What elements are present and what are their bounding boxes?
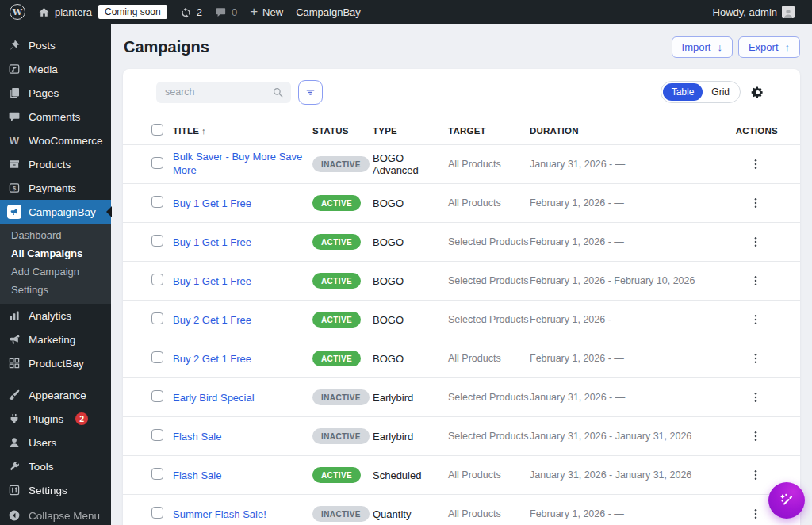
campaign-target: Selected Products — [448, 431, 530, 442]
column-header-status[interactable]: STATUS — [312, 126, 373, 136]
campaign-title-link[interactable]: Flash Sale — [173, 431, 229, 444]
site-link[interactable]: plantera Coming soon — [32, 0, 174, 24]
campaign-title-link[interactable]: Buy 1 Get 1 Free — [173, 236, 259, 250]
sidebar-item-label: Comments — [29, 111, 80, 123]
campaign-target: Selected Products — [448, 392, 530, 403]
campaign-duration: February 1, 2026 - February 10, 2026 — [530, 275, 733, 286]
row-checkbox[interactable] — [151, 312, 163, 324]
campaignbay-adminbar-menu[interactable]: CampaignBay — [289, 0, 367, 24]
updates-count: 2 — [197, 6, 202, 18]
select-all-checkbox[interactable] — [151, 124, 163, 136]
sidebar-separator — [0, 375, 111, 383]
row-checkbox[interactable] — [151, 507, 163, 519]
campaign-type: Scheduled — [373, 469, 448, 481]
table-body: Bulk Saver - Buy More Save More INACTIVE… — [123, 145, 800, 525]
sidebar-item-products[interactable]: Products — [0, 152, 111, 176]
submenu-item-settings[interactable]: Settings — [0, 281, 111, 299]
wrench-icon — [7, 459, 21, 473]
wordpress-menu[interactable]: W — [3, 0, 32, 24]
campaign-title-link[interactable]: Bulk Saver - Buy More Save More — [173, 151, 312, 178]
sidebar-item-collapse-menu[interactable]: Collapse Menu — [0, 504, 111, 525]
column-settings-button[interactable] — [751, 86, 764, 99]
row-checkbox[interactable] — [151, 390, 163, 402]
sidebar-item-label: Posts — [29, 40, 56, 52]
campaigns-card: Table Grid TITLE↑ STATUS TYPE TARGET DUR… — [123, 69, 800, 525]
analytics-bars-icon — [7, 308, 21, 323]
submenu-item-dashboard[interactable]: Dashboard — [0, 226, 111, 244]
comments-menu[interactable]: 0 — [209, 0, 243, 24]
table-row: Buy 2 Get 1 Free ACTIVE BOGO Selected Pr… — [123, 301, 800, 339]
row-actions-button[interactable] — [748, 234, 764, 250]
table-header: TITLE↑ STATUS TYPE TARGET DURATION ACTIO… — [123, 117, 800, 145]
column-header-duration[interactable]: DURATION — [530, 126, 733, 136]
table-row: Buy 1 Get 1 Free ACTIVE BOGO Selected Pr… — [123, 262, 800, 301]
marketing-megaphone-icon — [7, 332, 21, 347]
row-checkbox[interactable] — [151, 157, 163, 169]
sidebar-item-campaignbay[interactable]: CampaignBay — [0, 200, 111, 224]
row-actions-button[interactable] — [748, 195, 764, 211]
sort-ascending-icon: ↑ — [201, 126, 206, 136]
filter-button[interactable] — [298, 80, 323, 105]
row-checkbox[interactable] — [151, 429, 163, 441]
submenu-item-all-campaigns[interactable]: All Campaigns — [0, 244, 111, 262]
wordpress-logo-icon: W — [10, 4, 25, 20]
row-actions-button[interactable] — [748, 351, 764, 366]
row-checkbox[interactable] — [151, 196, 163, 208]
export-button[interactable]: Export ↑ — [738, 36, 800, 58]
sidebar-item-plugins[interactable]: Plugins 2 — [0, 407, 111, 431]
row-actions-button[interactable] — [748, 428, 764, 444]
table-row: Summer Flash Sale! INACTIVE Quantity All… — [123, 495, 800, 525]
import-button[interactable]: Import ↓ — [672, 36, 733, 58]
campaign-title-link[interactable]: Flash Sale — [173, 469, 229, 483]
row-actions-button[interactable] — [748, 312, 764, 328]
sidebar-item-productbay[interactable]: ProductBay — [0, 351, 111, 375]
sidebar-item-pages[interactable]: Pages — [0, 81, 111, 105]
column-header-title[interactable]: TITLE↑ — [173, 126, 312, 136]
column-header-type[interactable]: TYPE — [373, 126, 448, 136]
sidebar-item-payments[interactable]: $ Payments — [0, 176, 111, 200]
campaign-title-link[interactable]: Buy 2 Get 1 Free — [173, 353, 259, 366]
sidebar-item-users[interactable]: Users — [0, 431, 111, 454]
row-actions-button[interactable] — [748, 506, 764, 522]
row-actions-button[interactable] — [748, 389, 764, 405]
column-header-target[interactable]: TARGET — [448, 126, 530, 136]
search-input[interactable] — [156, 82, 291, 103]
sidebar-item-label: CampaignBay — [29, 206, 96, 218]
sidebar-item-analytics[interactable]: Analytics — [0, 304, 111, 328]
campaign-title-link[interactable]: Summer Flash Sale! — [173, 508, 274, 522]
sidebar-item-comments[interactable]: Comments — [0, 105, 111, 128]
row-checkbox[interactable] — [151, 235, 163, 247]
status-badge: ACTIVE — [312, 351, 361, 366]
sidebar-item-marketing[interactable]: Marketing — [0, 328, 111, 351]
sidebar-item-posts[interactable]: Posts — [0, 33, 111, 57]
status-badge: INACTIVE — [312, 389, 370, 405]
campaign-target: All Products — [448, 353, 530, 364]
sidebar-item-tools[interactable]: Tools — [0, 454, 111, 478]
ai-assistant-fab[interactable] — [768, 482, 805, 519]
row-checkbox[interactable] — [151, 468, 163, 480]
campaign-title-link[interactable]: Buy 1 Get 1 Free — [173, 275, 259, 289]
new-content-menu[interactable]: + New — [243, 0, 289, 24]
account-menu[interactable]: Howdy, admin — [707, 0, 801, 24]
updates-menu[interactable]: 2 — [174, 0, 209, 24]
submenu-item-add-campaign[interactable]: Add Campaign — [0, 262, 111, 281]
sidebar-item-media[interactable]: Media — [0, 57, 111, 81]
row-actions-button[interactable] — [748, 273, 764, 289]
row-checkbox[interactable] — [151, 274, 163, 285]
campaign-title-link[interactable]: Buy 1 Get 1 Free — [173, 197, 259, 211]
row-actions-button[interactable] — [748, 156, 764, 172]
sidebar-item-settings[interactable]: Settings — [0, 478, 111, 502]
sidebar-item-label: Pages — [29, 87, 59, 99]
table-row: Bulk Saver - Buy More Save More INACTIVE… — [123, 145, 800, 184]
sidebar-item-woocommerce[interactable]: W WooCommerce — [0, 128, 111, 152]
view-toggle-table[interactable]: Table — [663, 83, 703, 101]
sidebar-item-label: Media — [29, 63, 58, 75]
campaign-title-link[interactable]: Early Bird Special — [173, 392, 262, 405]
row-actions-button[interactable] — [748, 467, 764, 483]
campaign-target: Selected Products — [448, 275, 530, 286]
campaign-target: Selected Products — [448, 236, 530, 247]
sidebar-item-appearance[interactable]: Appearance — [0, 383, 111, 407]
view-toggle-grid[interactable]: Grid — [703, 83, 738, 101]
campaign-title-link[interactable]: Buy 2 Get 1 Free — [173, 314, 259, 328]
row-checkbox[interactable] — [151, 351, 163, 363]
